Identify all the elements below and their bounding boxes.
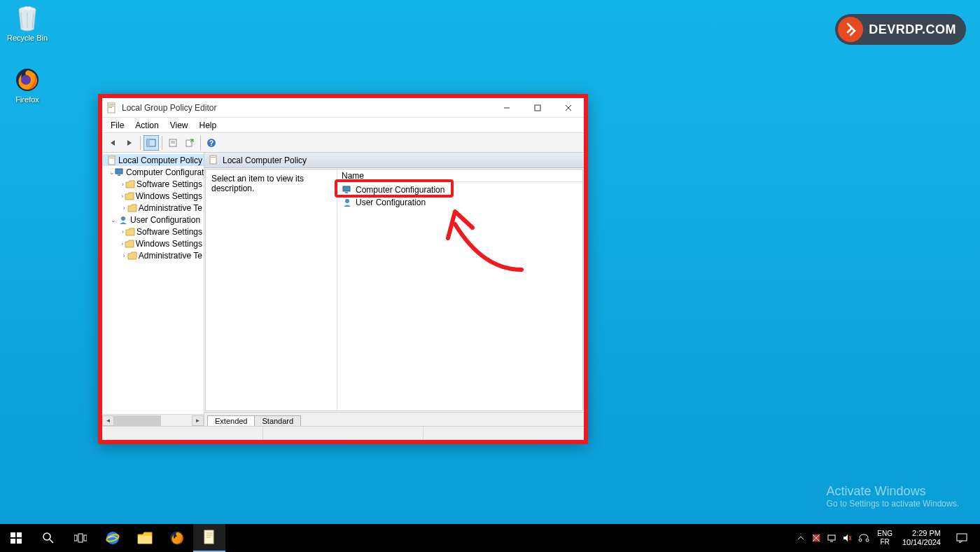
tree-label: Software Settings [136, 179, 202, 189]
clock-date: 10/14/2024 [902, 538, 941, 547]
help-button[interactable]: ? [204, 135, 219, 151]
desktop-icon-recycle-bin[interactable]: Recycle Bin [3, 4, 52, 42]
tree-node-windows-settings-user[interactable]: › Windows Settings [102, 237, 204, 249]
taskbar-app-ie[interactable] [97, 524, 129, 552]
tray-network-icon[interactable] [824, 524, 839, 552]
svg-rect-35 [74, 535, 77, 541]
desktop-icon-firefox[interactable]: Firefox [3, 66, 52, 104]
user-node-icon [118, 215, 129, 225]
scroll-right-button[interactable]: ► [192, 415, 204, 426]
menu-view[interactable]: View [164, 119, 194, 132]
svg-rect-53 [957, 534, 967, 541]
search-button[interactable] [32, 524, 64, 552]
watermark-subtitle: Go to Settings to activate Windows. [827, 499, 959, 509]
list-item-label: User Configuration [356, 198, 426, 207]
list-column-header-name[interactable]: Name [337, 170, 582, 182]
folder-icon [127, 251, 137, 261]
minimize-button[interactable] [491, 98, 522, 118]
export-list-button[interactable] [182, 135, 197, 151]
svg-rect-16 [186, 140, 192, 146]
tray-volume-muted-icon[interactable] [839, 524, 855, 552]
tree-node-windows-settings[interactable]: › Windows Settings [102, 190, 204, 202]
start-button[interactable] [0, 524, 32, 552]
svg-rect-40 [138, 536, 152, 544]
action-center-button[interactable] [946, 524, 977, 552]
list-item-user-configuration[interactable]: User Configuration [337, 196, 582, 209]
svg-rect-6 [108, 107, 112, 108]
window-title: Local Group Policy Editor [122, 103, 491, 113]
caret-right-icon: › [120, 205, 127, 212]
svg-rect-36 [78, 534, 83, 542]
tray-power-icon[interactable] [855, 524, 873, 552]
language-indicator[interactable]: ENG FR [873, 530, 897, 546]
svg-rect-22 [118, 174, 120, 176]
svg-rect-20 [109, 158, 114, 158]
menu-help[interactable]: Help [194, 119, 223, 132]
detail-panel: Local Computer Policy Select an item to … [204, 153, 584, 426]
tree-node-user-configuration[interactable]: ⌄ User Configuration [102, 214, 204, 226]
show-hide-tree-button[interactable] [144, 135, 159, 151]
properties-button[interactable] [165, 135, 181, 151]
menu-action[interactable]: Action [130, 119, 164, 132]
svg-point-23 [121, 216, 125, 221]
task-view-button[interactable] [64, 524, 97, 552]
scroll-left-button[interactable]: ◄ [102, 415, 114, 426]
lang-primary: ENG [877, 530, 892, 538]
svg-line-34 [50, 539, 53, 543]
caret-right-icon: › [120, 252, 127, 259]
menubar: File Action View Help [102, 118, 584, 133]
maximize-button[interactable] [522, 98, 553, 118]
tab-extended[interactable]: Extended [207, 415, 255, 426]
tray-security-icon[interactable] [808, 524, 824, 552]
view-tabs: Extended Standard [204, 412, 584, 426]
list-column: Name Computer Configuration User Configu… [337, 170, 582, 410]
tree-node-software-settings-user[interactable]: › Software Settings [102, 226, 204, 237]
clock[interactable]: 2:29 PM 10/14/2024 [897, 529, 946, 547]
watermark-title: Activate Windows [827, 484, 959, 499]
tree-node-software-settings[interactable]: › Software Settings [102, 178, 204, 190]
tree-node-computer-configuration[interactable]: ⌄ Computer Configurat [102, 166, 204, 178]
activation-watermark: Activate Windows Go to Settings to activ… [827, 484, 959, 509]
svg-point-2 [21, 75, 31, 85]
caret-down-icon: ⌄ [109, 169, 115, 176]
description-column: Select an item to view its description. [206, 170, 337, 410]
tree-label: Administrative Te [139, 251, 202, 261]
forward-button[interactable] [122, 135, 137, 151]
folder-icon [125, 239, 134, 249]
close-button[interactable] [553, 98, 584, 118]
brand-logo-badge: DEVRDP.COM [835, 14, 966, 45]
tree-label: Windows Settings [136, 239, 202, 249]
tree-root-local-computer-policy[interactable]: Local Computer Policy [102, 154, 204, 166]
taskbar-app-gpedit[interactable] [193, 524, 225, 552]
tree-node-administrative-templates-user[interactable]: › Administrative Te [102, 249, 204, 261]
list-item-computer-configuration[interactable]: Computer Configuration [337, 184, 582, 196]
lang-secondary: FR [880, 538, 889, 546]
gpedit-window: Local Group Policy Editor File Action Vi… [102, 98, 584, 440]
tab-standard[interactable]: Standard [254, 415, 301, 426]
taskbar-app-file-explorer[interactable] [129, 524, 161, 552]
svg-rect-31 [10, 539, 15, 544]
tree-node-administrative-templates[interactable]: › Administrative Te [102, 202, 204, 214]
folder-icon [125, 227, 135, 237]
tree-label: Software Settings [136, 227, 202, 237]
caret-right-icon: › [120, 228, 125, 235]
taskbar: ENG FR 2:29 PM 10/14/2024 [0, 524, 980, 552]
svg-rect-12 [147, 139, 150, 146]
scroll-thumb[interactable] [114, 415, 161, 426]
description-hint: Select an item to view its description. [211, 174, 304, 193]
caret-down-icon: ⌄ [109, 216, 118, 223]
window-titlebar[interactable]: Local Group Policy Editor [102, 98, 584, 118]
taskbar-app-firefox[interactable] [161, 524, 193, 552]
svg-point-28 [345, 199, 349, 203]
rdp-logo-icon [838, 17, 863, 42]
svg-rect-21 [115, 169, 122, 174]
back-button[interactable] [105, 135, 120, 151]
tray-chevron-up-icon[interactable] [793, 524, 808, 552]
computer-node-icon [342, 185, 353, 195]
svg-rect-47 [828, 535, 835, 540]
gpedit-app-icon [106, 102, 118, 113]
tree-label: Windows Settings [136, 191, 202, 201]
tree-label: Computer Configurat [126, 167, 204, 177]
menu-file[interactable]: File [105, 119, 130, 132]
tree-horizontal-scrollbar[interactable]: ◄ ► [102, 414, 204, 426]
